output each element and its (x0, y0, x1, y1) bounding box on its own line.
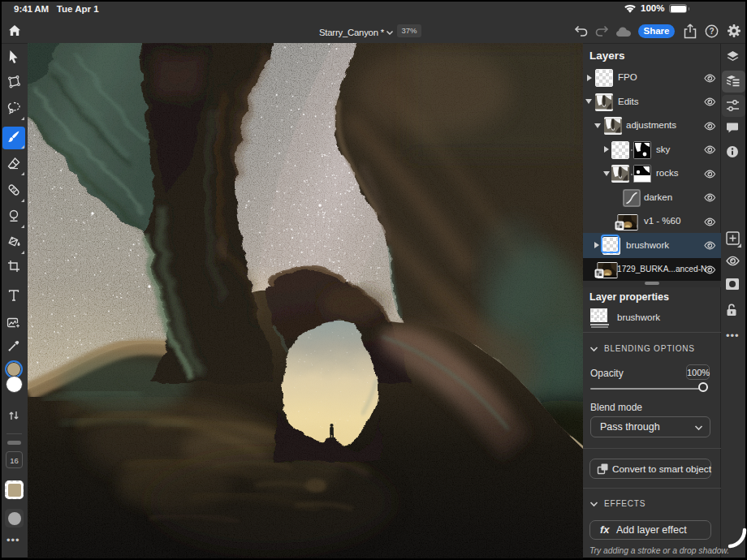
svg-text:?: ? (709, 27, 714, 36)
